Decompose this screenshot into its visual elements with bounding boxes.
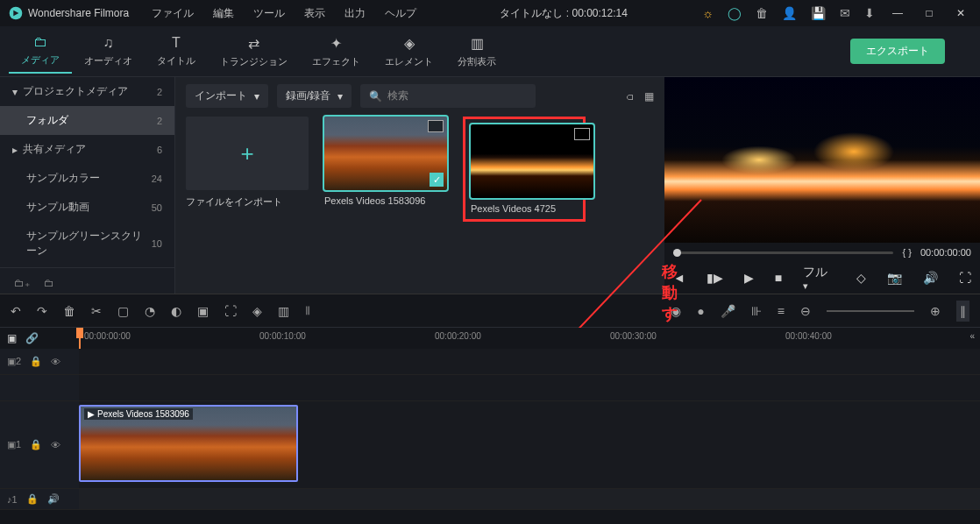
volume-icon[interactable]: 🔊 <box>923 271 938 285</box>
lock-icon[interactable]: 🔒 <box>26 493 39 505</box>
user-icon[interactable]: 👤 <box>782 6 797 20</box>
sidebar-item-sample-color[interactable]: サンプルカラー 24 <box>0 164 174 193</box>
sidebar-item-sample-greenscreen[interactable]: サンプルグリーンスクリーン 10 <box>0 222 174 266</box>
lock-icon[interactable]: 🔒 <box>30 356 42 367</box>
lightbulb-icon[interactable]: ☼ <box>702 6 714 20</box>
preview-scrubber[interactable] <box>673 251 893 254</box>
split-icon: ▥ <box>471 35 484 52</box>
fit-button[interactable]: ⛶ <box>224 304 237 318</box>
plus-icon: + <box>240 140 253 167</box>
titlebar-actions: ☼ ◯ 🗑 👤 💾 ✉ ⬇ <box>702 6 875 20</box>
new-folder-icon[interactable]: 🗀₊ <box>14 277 30 289</box>
stop-button[interactable]: ■ <box>775 271 782 285</box>
sparkle-icon: ✦ <box>330 35 342 52</box>
tab-audio[interactable]: ♫ オーディオ <box>72 30 145 73</box>
link-icon[interactable]: 🔗 <box>25 332 39 344</box>
crop-button[interactable]: ▢ <box>117 304 129 318</box>
tab-element[interactable]: ◈ エレメント <box>373 30 445 74</box>
chevron-down-icon: ▾ <box>254 90 259 103</box>
menu-tool[interactable]: ツール <box>245 3 294 25</box>
tab-media[interactable]: 🗀 メディア <box>9 29 72 74</box>
render-button[interactable]: ▥ <box>278 304 289 318</box>
clip-badge-icon <box>574 128 590 140</box>
save-icon[interactable]: 💾 <box>811 6 826 20</box>
tab-transition[interactable]: ⇄ トランジション <box>208 30 300 74</box>
headphones-icon[interactable]: ◯ <box>728 6 742 20</box>
keyframe-icon[interactable]: ◇ <box>856 271 866 285</box>
app-logo-icon <box>9 6 23 20</box>
fullscreen-icon[interactable]: ⛶ <box>959 271 971 285</box>
audio-track-1[interactable]: ♪1🔒🔊 <box>0 489 980 510</box>
category-tabs: 🗀 メディア ♫ オーディオ T タイトル ⇄ トランジション ✦ エフェクト … <box>0 26 980 77</box>
app-brand: Wondershare Filmora <box>9 6 129 20</box>
volume-icon[interactable]: 🔊 <box>47 493 60 505</box>
split-button[interactable]: ✂ <box>91 304 102 318</box>
speed-button[interactable]: ◔ <box>145 304 155 318</box>
record-dropdown[interactable]: 録画/録音 ▾ <box>277 84 352 108</box>
video-track-1[interactable]: ▣1🔒👁 ▶Pexels Videos 1583096 <box>0 401 980 489</box>
element-icon: ◈ <box>404 35 415 52</box>
lock-icon[interactable]: 🔒 <box>30 439 42 450</box>
delete-button[interactable]: 🗑 <box>63 304 75 318</box>
search-input[interactable]: 🔍 検索 <box>360 84 536 108</box>
music-icon: ♫ <box>103 35 114 51</box>
tab-title[interactable]: T タイトル <box>145 30 208 73</box>
menu-output[interactable]: 出力 <box>336 3 374 25</box>
eye-icon[interactable]: 👁 <box>51 357 60 367</box>
redo-button[interactable]: ↷ <box>37 304 47 318</box>
timeline-tracks: ▣2🔒👁 ▣1🔒👁 ▶Pexels Videos 1583096 ♪1🔒🔊 <box>0 349 980 524</box>
snapshot-icon[interactable]: 📷 <box>887 271 902 285</box>
menu-help[interactable]: ヘルプ <box>376 3 425 25</box>
trash-icon[interactable]: 🗑 <box>756 6 768 20</box>
menu-view[interactable]: 表示 <box>295 3 334 25</box>
mail-icon[interactable]: ✉ <box>840 6 850 20</box>
color-button[interactable]: ◐ <box>171 304 181 318</box>
minimize-button[interactable]: — <box>887 7 908 19</box>
import-dropdown[interactable]: インポート ▾ <box>186 84 268 108</box>
ripple-icon[interactable]: ▣ <box>7 332 17 344</box>
greenscreen-button[interactable]: ▣ <box>197 304 209 318</box>
window-controls: — □ ✕ <box>887 7 971 19</box>
grid-view-icon[interactable]: ▦ <box>644 90 654 103</box>
timeline-ruler[interactable]: ▣ 🔗 00:00:00:00 00:00:10:00 00:00:20:00 … <box>0 328 980 349</box>
play-button[interactable]: ▶ <box>744 271 754 285</box>
sidebar-item-project-media[interactable]: ▾ プロジェクトメディア 2 <box>0 77 174 106</box>
folder-icon[interactable]: 🗀 <box>44 277 54 289</box>
title-bar: Wondershare Filmora ファイル 編集 ツール 表示 出力 ヘル… <box>0 0 980 26</box>
download-icon[interactable]: ⬇ <box>864 6 875 20</box>
media-sidebar: ▾ プロジェクトメディア 2 フォルダ 2 ▸ 共有メディア 6 サンプルカラー… <box>0 77 175 294</box>
media-clip-1[interactable]: ✓ Pexels Videos 1583096 <box>324 117 447 222</box>
playhead[interactable] <box>79 328 81 349</box>
close-button[interactable]: ✕ <box>950 7 971 19</box>
search-icon: 🔍 <box>369 90 382 103</box>
tab-split[interactable]: ▥ 分割表示 <box>445 30 508 74</box>
keyframe-button[interactable]: ◈ <box>252 304 262 318</box>
collapse-icon[interactable]: « <box>969 331 975 341</box>
export-button[interactable]: エクスポート <box>850 39 945 64</box>
import-file-tile[interactable]: + ファイルをインポート <box>186 117 309 222</box>
filter-icon[interactable]: ⫏ <box>625 90 636 103</box>
timeline-panel: ↶ ↷ 🗑 ✂ ▢ ◔ ◐ ▣ ⛶ ◈ ▥ ⫴ ◉ ● 🎤 ⊪ ≡ ⊖ ⊕ ∥ … <box>0 294 980 524</box>
timeline-options-button[interactable]: ∥ <box>956 301 969 322</box>
menu-file[interactable]: ファイル <box>143 3 202 25</box>
audio-wave-button[interactable]: ⫴ <box>305 303 310 318</box>
tab-effect[interactable]: ✦ エフェクト <box>300 30 373 74</box>
sidebar-item-sample-video[interactable]: サンプル動画 50 <box>0 193 174 222</box>
view-mode-dropdown[interactable]: フル ▾ <box>803 265 835 292</box>
zoom-slider[interactable] <box>827 310 914 312</box>
manage-tracks-button[interactable]: ≡ <box>778 304 785 318</box>
timeline-clip[interactable]: ▶Pexels Videos 1583096 <box>79 405 298 482</box>
zoom-in-button[interactable]: ⊕ <box>930 304 941 318</box>
sidebar-item-folder[interactable]: フォルダ 2 <box>0 106 174 135</box>
zoom-out-button[interactable]: ⊖ <box>800 304 811 318</box>
undo-button[interactable]: ↶ <box>11 304 21 318</box>
transition-icon: ⇄ <box>248 35 259 52</box>
maximize-button[interactable]: □ <box>919 7 940 19</box>
sidebar-item-shared-media[interactable]: ▸ 共有メディア 6 <box>0 135 174 164</box>
menu-edit[interactable]: 編集 <box>204 3 243 25</box>
chevron-down-icon: ▾ <box>337 90 343 103</box>
overlay-track[interactable]: ▣2🔒👁 <box>0 349 980 375</box>
chevron-down-icon: ▾ <box>12 86 18 98</box>
eye-icon[interactable]: 👁 <box>51 440 60 450</box>
mixer-button[interactable]: ⊪ <box>751 304 762 318</box>
